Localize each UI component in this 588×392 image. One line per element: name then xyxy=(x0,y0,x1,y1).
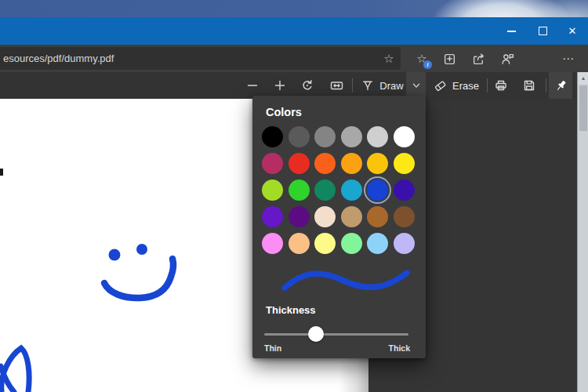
scroll-up-button[interactable]: ▲ xyxy=(578,72,588,84)
ellipsis-icon: ⋯ xyxy=(562,52,575,66)
favorites-button[interactable]: ☆ i xyxy=(411,48,433,70)
clipped-page-text xyxy=(0,169,3,176)
eraser-icon xyxy=(434,79,447,92)
color-swatch[interactable] xyxy=(367,126,388,147)
share-button[interactable] xyxy=(467,48,489,70)
color-swatch[interactable] xyxy=(314,180,336,201)
print-button[interactable] xyxy=(490,72,512,99)
thickness-slider[interactable] xyxy=(264,325,408,343)
color-swatch[interactable] xyxy=(367,233,388,254)
colors-title: Colors xyxy=(266,106,302,118)
color-swatch[interactable] xyxy=(289,180,310,201)
draw-pen-icon xyxy=(361,79,374,92)
stroke-preview xyxy=(252,265,426,301)
color-swatch[interactable] xyxy=(314,206,336,227)
color-swatch[interactable] xyxy=(341,206,362,227)
smiley-left-eye xyxy=(109,249,121,261)
draw-options-chevron-button[interactable] xyxy=(406,72,426,99)
favorites-badge: i xyxy=(423,60,432,69)
smiley-right-eye xyxy=(136,244,147,255)
toolbar-divider xyxy=(352,78,353,93)
collections-button[interactable] xyxy=(438,48,460,70)
zoom-out-button[interactable] xyxy=(241,72,263,99)
draw-button[interactable]: Draw xyxy=(359,72,406,99)
settings-more-button[interactable]: ⋯ xyxy=(557,48,579,70)
color-swatch[interactable] xyxy=(314,126,336,147)
color-swatch[interactable] xyxy=(394,153,415,174)
draw-options-panel: Colors Thickness Thin Thick xyxy=(252,96,426,358)
window-titlebar: ✕ xyxy=(0,17,588,45)
color-swatch[interactable] xyxy=(289,233,310,254)
minimize-icon xyxy=(507,31,516,32)
color-swatch[interactable] xyxy=(289,126,310,147)
color-swatch[interactable] xyxy=(262,180,283,201)
feedback-button[interactable] xyxy=(496,48,518,70)
close-button[interactable]: ✕ xyxy=(561,17,584,45)
fit-width-icon xyxy=(330,79,343,92)
close-icon: ✕ xyxy=(568,26,577,36)
favorite-star-icon[interactable]: ☆ xyxy=(377,52,401,66)
url-text[interactable]: esources/pdf/dummy.pdf xyxy=(0,53,377,64)
rotate-button[interactable] xyxy=(296,72,318,99)
color-swatch[interactable] xyxy=(341,126,362,147)
thickness-max-label: Thick xyxy=(389,343,410,353)
color-swatch[interactable] xyxy=(367,180,388,201)
feedback-person-icon xyxy=(501,53,514,66)
save-icon xyxy=(523,79,535,92)
minus-icon xyxy=(246,79,259,92)
thickness-title: Thickness xyxy=(266,304,316,316)
thickness-slider-track[interactable] xyxy=(264,333,408,336)
maximize-button[interactable] xyxy=(531,17,554,45)
stroke-preview-path xyxy=(285,273,407,288)
url-field[interactable]: esources/pdf/dummy.pdf ☆ xyxy=(0,47,401,70)
toolbar-divider xyxy=(546,78,546,93)
color-swatch[interactable] xyxy=(262,206,283,227)
thickness-min-label: Thin xyxy=(264,343,281,353)
thickness-slider-thumb[interactable] xyxy=(308,326,324,342)
vertical-scrollbar[interactable]: ▲ xyxy=(577,72,588,392)
pdf-toolbar: Draw Erase xyxy=(0,72,588,99)
address-bar: esources/pdf/dummy.pdf ☆ ☆ i ⋯ xyxy=(0,45,588,72)
color-swatch[interactable] xyxy=(394,126,415,147)
collections-icon xyxy=(443,53,456,66)
printer-icon xyxy=(495,79,507,92)
color-swatch[interactable] xyxy=(341,233,362,254)
color-swatch[interactable] xyxy=(289,206,310,227)
toolbar-divider xyxy=(487,78,488,93)
smiley-mouth-stroke xyxy=(104,259,173,298)
fit-to-width-button[interactable] xyxy=(325,72,347,99)
maximize-icon xyxy=(539,27,547,35)
pin-icon xyxy=(554,79,568,93)
pin-toolbar-button[interactable] xyxy=(549,72,572,99)
desktop-wallpaper xyxy=(0,0,588,18)
color-swatch[interactable] xyxy=(314,153,336,174)
color-swatch[interactable] xyxy=(289,153,310,174)
color-swatch[interactable] xyxy=(367,153,388,174)
color-swatch[interactable] xyxy=(314,233,336,254)
color-swatch[interactable] xyxy=(394,206,415,227)
color-swatch[interactable] xyxy=(262,153,283,174)
save-button[interactable] xyxy=(518,72,540,99)
plus-icon xyxy=(274,79,286,92)
bottom-scribble-stroke xyxy=(2,348,29,392)
color-swatch-grid xyxy=(262,126,415,254)
zoom-in-button[interactable] xyxy=(269,72,291,99)
rotate-icon xyxy=(301,79,314,92)
share-icon xyxy=(472,53,485,66)
color-swatch[interactable] xyxy=(367,206,388,227)
color-swatch[interactable] xyxy=(394,180,415,201)
erase-button[interactable]: Erase xyxy=(431,72,481,99)
color-swatch[interactable] xyxy=(262,233,283,254)
scroll-up-icon: ▲ xyxy=(581,75,586,81)
scrollbar-thumb[interactable] xyxy=(579,85,587,131)
chevron-down-icon xyxy=(411,80,422,91)
draw-label: Draw xyxy=(379,80,403,92)
color-swatch[interactable] xyxy=(262,126,283,147)
color-swatch[interactable] xyxy=(341,180,362,201)
color-swatch[interactable] xyxy=(341,153,362,174)
minimize-button[interactable] xyxy=(499,17,523,45)
color-swatch[interactable] xyxy=(394,233,415,254)
erase-label: Erase xyxy=(452,80,479,92)
